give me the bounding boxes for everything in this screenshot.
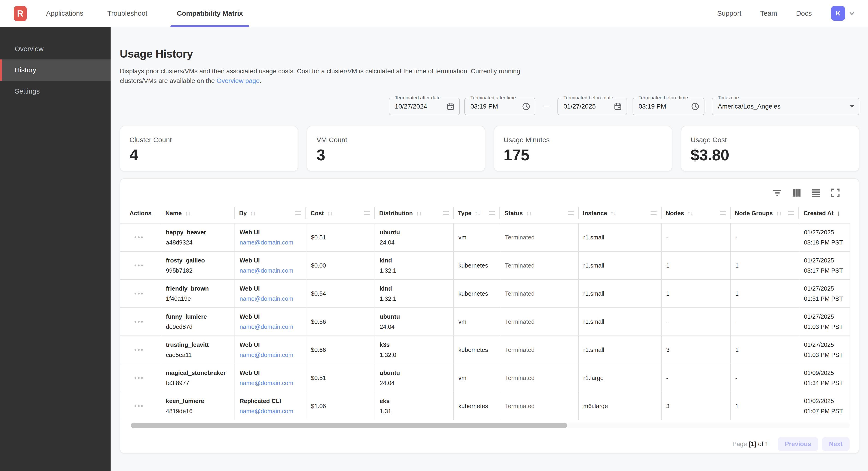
cell-cost: $0.56 bbox=[306, 308, 375, 335]
row-actions-button[interactable] bbox=[134, 405, 143, 407]
column-drag-handle-icon[interactable] bbox=[720, 211, 726, 215]
cell-line1: ubuntu bbox=[380, 312, 450, 322]
sidebar-item-overview[interactable]: Overview bbox=[0, 38, 111, 59]
column-header-cost[interactable]: Cost↑↓ bbox=[306, 203, 375, 223]
cell-created-at: 01/27/202503:17 PM PST bbox=[799, 252, 850, 279]
nav-tab-applications[interactable]: Applications bbox=[45, 0, 84, 27]
column-header-node-groups[interactable]: Node Groups↑↓ bbox=[730, 203, 799, 223]
next-page-button[interactable]: Next bbox=[822, 437, 849, 451]
cell-actions bbox=[120, 224, 161, 251]
column-header-distribution[interactable]: Distribution↑↓ bbox=[375, 203, 453, 223]
cell-status: Terminated bbox=[500, 364, 578, 392]
clock-icon[interactable] bbox=[691, 102, 700, 111]
stat-card-usage-cost: Usage Cost $3.80 bbox=[681, 126, 859, 171]
column-header-status[interactable]: Status↑↓ bbox=[500, 203, 578, 223]
timezone-select[interactable]: Timezone America/Los_Angeles bbox=[712, 98, 859, 115]
app-logo[interactable]: R bbox=[14, 6, 27, 21]
cell-actions bbox=[120, 308, 161, 335]
row-actions-button[interactable] bbox=[134, 321, 143, 323]
cell-line1: Web UI bbox=[240, 312, 302, 322]
cell-name: keen_lumiere4819de16 bbox=[161, 392, 235, 420]
email-link[interactable]: name@domain.com bbox=[240, 350, 302, 360]
email-link[interactable]: name@domain.com bbox=[240, 294, 302, 304]
chevron-down-icon[interactable] bbox=[848, 10, 856, 17]
stat-value: $3.80 bbox=[691, 147, 849, 163]
cell-name: frosty_galileo995b7182 bbox=[161, 252, 235, 279]
sidebar-item-history[interactable]: History bbox=[0, 59, 111, 81]
stat-label: Cluster Count bbox=[129, 136, 288, 144]
sort-icon: ↑↓ bbox=[611, 210, 616, 217]
cell-line1: Web UI bbox=[240, 227, 302, 237]
column-drag-handle-icon[interactable] bbox=[443, 211, 449, 215]
column-header-type[interactable]: Type↑↓ bbox=[453, 203, 500, 223]
cell-instance: m6i.large bbox=[578, 392, 661, 420]
column-header-label: Instance bbox=[583, 210, 607, 217]
cell-distribution: eks1.31 bbox=[375, 392, 453, 420]
nav-tab-troubleshoot[interactable]: Troubleshoot bbox=[106, 0, 148, 27]
terminated-before-time-field[interactable]: Terminated before time 03:19 PM bbox=[632, 98, 705, 115]
email-link[interactable]: name@domain.com bbox=[240, 406, 302, 416]
terminated-after-date-field[interactable]: Terminated after date 10/27/2024 bbox=[389, 98, 460, 115]
row-actions-button[interactable] bbox=[134, 349, 143, 351]
email-link[interactable]: name@domain.com bbox=[240, 265, 302, 275]
page-indicator: [1] of 1 bbox=[749, 441, 769, 448]
nav-link-team[interactable]: Team bbox=[760, 9, 777, 17]
cell-cost: $0.51 bbox=[306, 364, 375, 392]
cell-line2: de9ed87d bbox=[166, 322, 231, 332]
columns-icon[interactable] bbox=[792, 188, 802, 198]
cell-line2: 24.04 bbox=[380, 322, 450, 332]
terminated-before-date-field[interactable]: Terminated before date 01/27/2025 bbox=[557, 98, 627, 115]
overview-page-link[interactable]: Overview page bbox=[217, 77, 259, 84]
sort-desc-icon: ↓ bbox=[837, 209, 840, 217]
nav-link-support[interactable]: Support bbox=[717, 9, 741, 17]
column-drag-handle-icon[interactable] bbox=[295, 211, 301, 215]
stat-label: VM Count bbox=[316, 136, 475, 144]
column-header-nodes[interactable]: Nodes↑↓ bbox=[661, 203, 730, 223]
nav-link-docs[interactable]: Docs bbox=[796, 9, 812, 17]
sidebar-item-settings[interactable]: Settings bbox=[0, 81, 111, 102]
email-link[interactable]: name@domain.com bbox=[240, 378, 302, 388]
column-header-instance[interactable]: Instance↑↓ bbox=[578, 203, 661, 223]
fullscreen-icon[interactable] bbox=[830, 188, 840, 198]
cell-by: Replicated CLIname@domain.com bbox=[235, 392, 306, 420]
column-drag-handle-icon[interactable] bbox=[489, 211, 495, 215]
nav-tab-compatibility-matrix[interactable]: Compatibility Matrix bbox=[170, 0, 249, 27]
table-row: frosty_galileo995b7182Web UIname@domain.… bbox=[120, 252, 850, 280]
clock-icon[interactable] bbox=[522, 102, 530, 111]
column-drag-handle-icon[interactable] bbox=[364, 211, 370, 215]
cell-line1: Web UI bbox=[240, 368, 302, 378]
row-actions-button[interactable] bbox=[134, 377, 143, 379]
cell-instance: r1.small bbox=[578, 280, 661, 307]
calendar-icon[interactable] bbox=[614, 102, 622, 111]
cell-actions bbox=[120, 252, 161, 279]
avatar[interactable]: K bbox=[831, 6, 845, 21]
terminated-after-time-field[interactable]: Terminated after time 03:19 PM bbox=[464, 98, 535, 115]
cell-line2: 1f40a19e bbox=[166, 294, 231, 304]
sort-icon: ↑↓ bbox=[776, 210, 782, 217]
column-header-created-at[interactable]: Created At↓ bbox=[799, 203, 850, 223]
main-content: Usage History Displays prior clusters/VM… bbox=[111, 27, 868, 471]
cell-distribution: kind1.32.1 bbox=[375, 280, 453, 307]
calendar-icon[interactable] bbox=[446, 102, 455, 111]
column-drag-handle-icon[interactable] bbox=[568, 211, 574, 215]
cell-line1: 01/27/2025 bbox=[804, 255, 846, 265]
density-icon[interactable] bbox=[811, 188, 821, 198]
email-link[interactable]: name@domain.com bbox=[240, 237, 302, 247]
page-description-line2-text: clusters/VMs are available on the bbox=[120, 77, 217, 84]
column-drag-handle-icon[interactable] bbox=[788, 211, 794, 215]
row-actions-button[interactable] bbox=[134, 265, 143, 266]
cell-line1: 01/09/2025 bbox=[804, 368, 846, 378]
scrollbar-thumb[interactable] bbox=[131, 422, 567, 428]
column-header-by[interactable]: By↑↓ bbox=[235, 203, 306, 223]
cell-by: Web UIname@domain.com bbox=[235, 224, 306, 251]
email-link[interactable]: name@domain.com bbox=[240, 322, 302, 332]
previous-page-button[interactable]: Previous bbox=[778, 437, 818, 451]
cell-line1: 01/27/2025 bbox=[804, 284, 846, 294]
column-header-name[interactable]: Name↑↓ bbox=[161, 203, 235, 223]
filter-icon[interactable] bbox=[772, 188, 782, 198]
row-actions-button[interactable] bbox=[134, 236, 143, 238]
column-drag-handle-icon[interactable] bbox=[651, 211, 656, 215]
cell-line1: friendly_brown bbox=[166, 284, 231, 294]
row-actions-button[interactable] bbox=[134, 293, 143, 294]
cell-distribution: k3s1.32.0 bbox=[375, 336, 453, 364]
